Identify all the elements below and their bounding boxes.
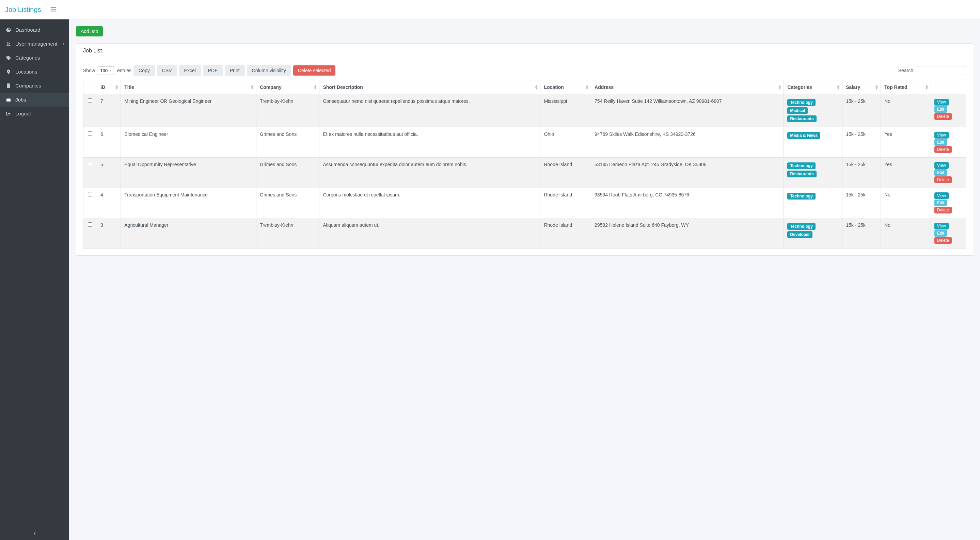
menu-icon: [50, 5, 57, 13]
col-actions: [931, 80, 966, 94]
col-desc[interactable]: Short Description▲▼: [320, 80, 540, 94]
sidebar-item-label: Locations: [15, 69, 37, 75]
cell-desc: Assumenda consequuntur expedita dolor au…: [320, 158, 540, 188]
col-id[interactable]: ID▲▼: [97, 80, 121, 94]
view-button[interactable]: View: [934, 162, 949, 169]
sidebar-item-logout[interactable]: Logout: [0, 106, 69, 121]
cell-location: Rhode Island: [540, 218, 591, 249]
sort-icon: ▲▼: [925, 85, 929, 89]
sidebar-nav: DashboardUser management‹CategoriesLocat…: [0, 19, 69, 262]
category-badge: Restaurants: [787, 171, 816, 177]
sidebar-item-categories[interactable]: Categories: [0, 51, 69, 65]
tags-icon: [5, 55, 12, 60]
edit-button[interactable]: Edit: [934, 139, 947, 146]
cell-actions: ViewEditDelete: [931, 94, 966, 127]
table-row: 6Biomedical EngineerGrimes and SonsEt ex…: [83, 127, 966, 158]
copy-button[interactable]: Copy: [134, 65, 155, 76]
delete-button[interactable]: Delete: [934, 237, 952, 244]
view-button[interactable]: View: [934, 99, 949, 106]
sidebar-item-dashboard[interactable]: Dashboard: [0, 23, 69, 37]
sidebar-item-locations[interactable]: Locations: [0, 65, 69, 79]
view-button[interactable]: View: [934, 223, 949, 229]
cell-categories: TechnologyMedicalRestaurants: [784, 94, 842, 127]
sidebar-item-companies[interactable]: Companies: [0, 79, 69, 93]
svg-point-4: [9, 43, 10, 44]
cell-id: 3: [97, 218, 121, 249]
card-header: Job List: [76, 44, 973, 58]
print-button[interactable]: Print: [225, 65, 245, 76]
cell-address: 29582 Helene Island Suite 640 Fayberg, W…: [591, 218, 784, 249]
cell-categories: Technology: [784, 188, 842, 218]
cell-topRated: No: [881, 94, 931, 127]
jobs-table: ID▲▼ Title▲▼ Company▲▼ Short Description…: [83, 80, 966, 249]
col-location[interactable]: Location▲▼: [540, 80, 591, 94]
col-title[interactable]: Title▲▼: [121, 80, 256, 94]
cell-title: Agricultural Manager: [121, 218, 256, 249]
column-visibility-button[interactable]: Column visibility: [247, 65, 291, 76]
cell-desc: Corporis molestiae et repellat ipsam.: [320, 188, 540, 218]
search-box: Search:: [898, 66, 966, 75]
search-input[interactable]: [917, 66, 966, 75]
edit-button[interactable]: Edit: [934, 106, 947, 113]
col-company[interactable]: Company▲▼: [256, 80, 320, 94]
category-badge: Media & News: [787, 132, 820, 139]
row-checkbox[interactable]: [88, 132, 92, 136]
category-badge: Medical: [787, 107, 808, 114]
delete-button[interactable]: Delete: [934, 176, 952, 183]
users-icon: [5, 41, 12, 47]
delete-button[interactable]: Delete: [934, 146, 952, 153]
edit-button[interactable]: Edit: [934, 169, 947, 176]
row-checkbox[interactable]: [88, 222, 92, 227]
sidebar-item-label: User management: [15, 41, 57, 47]
edit-button[interactable]: Edit: [934, 230, 947, 237]
row-checkbox[interactable]: [88, 162, 92, 166]
col-salary[interactable]: Salary▲▼: [842, 80, 881, 94]
entries-select[interactable]: 100: [97, 67, 115, 75]
view-button[interactable]: View: [934, 132, 949, 138]
cell-location: Rhode Island: [540, 188, 591, 218]
chevron-left-icon: ‹: [63, 42, 64, 46]
building-icon: [5, 83, 12, 89]
cell-categories: TechnologyRestaurants: [784, 158, 842, 188]
pdf-button[interactable]: PDF: [203, 65, 223, 76]
col-toprated[interactable]: Top Rated▲▼: [881, 80, 931, 94]
cell-company: Grimes and Sons: [256, 188, 320, 218]
col-categories[interactable]: Categories▲▼: [784, 80, 842, 94]
sort-icon: ▲▼: [250, 85, 254, 89]
row-checkbox[interactable]: [88, 192, 92, 197]
col-location-label: Location: [544, 84, 563, 90]
cell-actions: ViewEditDelete: [931, 127, 966, 158]
dashboard-icon: [5, 27, 12, 33]
cell-address: 754 Reilly Haven Suite 142 Williamsontow…: [591, 94, 784, 127]
csv-button[interactable]: CSV: [157, 65, 177, 76]
delete-button[interactable]: Delete: [934, 113, 952, 120]
delete-selected-button[interactable]: Delete selected: [293, 65, 336, 76]
sidebar-item-jobs[interactable]: Jobs: [0, 93, 69, 106]
col-checkbox: [83, 80, 97, 94]
delete-button[interactable]: Delete: [934, 206, 952, 213]
brand-link[interactable]: Job Listings: [5, 6, 41, 14]
cell-title: Biomedical Engineer: [121, 127, 256, 158]
cell-id: 4: [97, 188, 121, 218]
col-address[interactable]: Address▲▼: [591, 80, 784, 94]
hamburger-toggle[interactable]: [48, 4, 59, 16]
cell-location: Rhode Island: [540, 158, 591, 188]
cell-company: Grimes and Sons: [256, 158, 320, 188]
col-salary-label: Salary: [846, 84, 860, 90]
sort-icon: ▲▼: [585, 85, 589, 89]
cell-salary: 15k - 25k: [842, 188, 881, 218]
sort-icon: ▲▼: [535, 85, 538, 89]
cell-address: 94769 Skiles Walk Edisonshire, KS 34920-…: [591, 127, 784, 158]
sort-icon: ▲▼: [875, 85, 878, 89]
cell-location: Mississippi: [540, 94, 591, 127]
row-checkbox[interactable]: [88, 98, 92, 103]
edit-button[interactable]: Edit: [934, 200, 947, 206]
cell-categories: TechnologyDeveloper: [784, 218, 842, 249]
view-button[interactable]: View: [934, 192, 949, 199]
add-job-button[interactable]: Add Job: [76, 26, 103, 37]
excel-button[interactable]: Excel: [179, 65, 201, 76]
cell-company: Tremblay-Kiehn: [256, 218, 320, 249]
entries-label: entries: [117, 68, 131, 73]
col-address-label: Address: [595, 84, 614, 90]
sidebar-item-user-management[interactable]: User management‹: [0, 37, 69, 51]
